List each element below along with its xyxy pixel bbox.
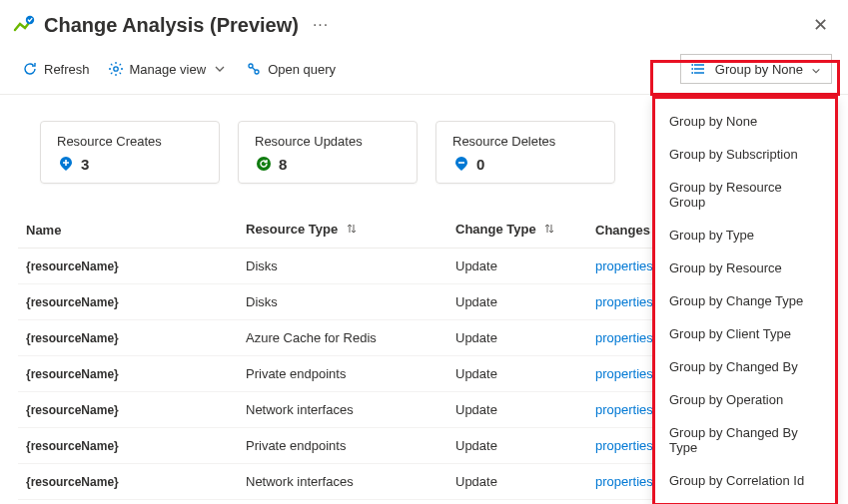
cell-change-type: Update	[447, 249, 587, 284]
svg-point-6	[691, 72, 693, 74]
close-button[interactable]: ✕	[809, 10, 832, 40]
svg-point-1	[113, 67, 117, 71]
page-title: Change Analysis (Preview)	[44, 14, 299, 37]
card-title: Resource Deletes	[452, 134, 598, 149]
card-resource-deletes[interactable]: Resource Deletes 0	[435, 121, 615, 184]
card-resource-creates[interactable]: Resource Creates 3	[40, 121, 220, 184]
group-by-option[interactable]: Group by Resource	[655, 252, 835, 284]
group-by-label: Group by None	[715, 62, 803, 77]
col-name[interactable]: Name	[18, 212, 238, 249]
sort-icon	[346, 223, 358, 238]
svg-point-2	[249, 64, 253, 68]
group-by-option[interactable]: Group by Change Type	[655, 284, 835, 317]
group-by-option[interactable]: Group by Changed By	[655, 350, 835, 383]
chevron-down-icon	[811, 64, 821, 74]
refresh-icon	[22, 61, 38, 77]
group-by-dropdown-menu: Group by NoneGroup by SubscriptionGroup …	[652, 96, 838, 504]
gear-icon	[108, 61, 124, 77]
cell-resource-type: Private endpoints	[238, 428, 447, 464]
group-by-option[interactable]: Group by None	[655, 105, 835, 138]
card-value: 0	[476, 156, 484, 173]
card-value: 3	[81, 156, 89, 173]
cell-change-type: Update	[447, 464, 587, 500]
cell-change-type: Update	[447, 392, 587, 428]
svg-point-4	[691, 64, 693, 66]
cell-name: {resourceName}	[18, 464, 238, 500]
group-by-option[interactable]: Group by Type	[655, 219, 835, 252]
svg-point-3	[255, 70, 259, 74]
open-query-button[interactable]: Open query	[240, 57, 342, 81]
manage-view-button[interactable]: Manage view	[102, 57, 235, 81]
refresh-label: Refresh	[44, 62, 90, 77]
cell-name: {resourceName}	[18, 428, 238, 464]
list-icon	[691, 61, 707, 77]
group-by-option[interactable]: Group by Resource Group	[655, 171, 835, 219]
cell-change-type: Update	[447, 428, 587, 464]
cell-resource-type: Private endpoints	[238, 356, 447, 392]
chevron-down-icon	[212, 61, 228, 77]
manage-view-label: Manage view	[130, 62, 207, 77]
cell-name: {resourceName}	[18, 284, 238, 320]
cell-change-type: Update	[447, 356, 587, 392]
svg-point-7	[257, 157, 271, 171]
svg-point-5	[691, 68, 693, 70]
cell-resource-type: Disks	[238, 249, 447, 284]
col-resource-type[interactable]: Resource Type	[238, 212, 447, 249]
toolbar: Refresh Manage view Open query Group by …	[0, 48, 848, 95]
cell-name: {resourceName}	[18, 356, 238, 392]
cell-name: {resourceName}	[18, 320, 238, 356]
col-change-type[interactable]: Change Type	[447, 212, 587, 249]
card-value: 8	[279, 156, 287, 173]
more-actions-button[interactable]: ···	[313, 16, 329, 34]
card-title: Resource Updates	[255, 134, 401, 149]
group-by-option[interactable]: Group by Subscription	[655, 138, 835, 171]
group-by-option[interactable]: Group by Client Type	[655, 317, 835, 350]
cell-name: {resourceName}	[18, 392, 238, 428]
card-title: Resource Creates	[57, 134, 203, 149]
group-by-option[interactable]: Group by Operation	[655, 383, 835, 416]
card-resource-updates[interactable]: Resource Updates 8	[238, 121, 418, 184]
update-icon	[255, 155, 273, 173]
cell-name: {resourceName}	[18, 249, 238, 284]
cell-change-type: Update	[447, 320, 587, 356]
query-icon	[246, 61, 262, 77]
cell-resource-type: Network interfaces	[238, 392, 447, 428]
sort-icon	[543, 223, 555, 238]
group-by-option[interactable]: Group by Correlation Id	[655, 464, 835, 497]
group-by-dropdown-button[interactable]: Group by None	[680, 54, 832, 84]
change-analysis-icon	[12, 13, 36, 37]
header-bar: Change Analysis (Preview) ··· ✕	[0, 0, 848, 48]
group-by-option[interactable]: Group by Changed By Type	[655, 416, 835, 464]
cell-resource-type: Network interfaces	[238, 464, 447, 500]
cell-resource-type: Azure Cache for Redis	[238, 320, 447, 356]
create-icon	[57, 155, 75, 173]
open-query-label: Open query	[268, 62, 336, 77]
cell-resource-type: Disks	[238, 284, 447, 320]
cell-change-type: Update	[447, 284, 587, 320]
delete-icon	[452, 155, 470, 173]
refresh-button[interactable]: Refresh	[16, 57, 96, 81]
